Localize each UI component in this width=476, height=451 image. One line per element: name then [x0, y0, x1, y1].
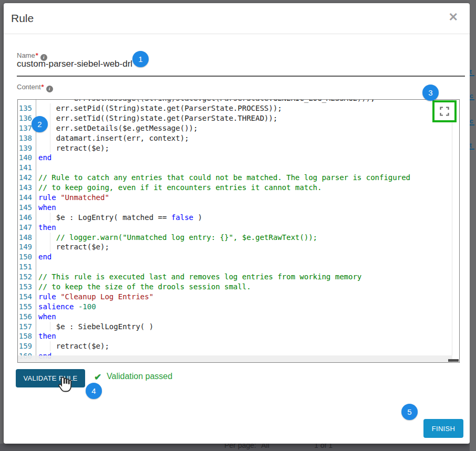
line-number: 149: [18, 242, 36, 252]
annotation-badge-3: 3: [422, 85, 439, 101]
code-lines[interactable]: err.setMessage((String)state.get(ParserS…: [18, 100, 452, 362]
annotation-badge-1: 1: [132, 51, 149, 67]
code-line[interactable]: 149 retract($e);: [18, 242, 452, 252]
code-line[interactable]: 151: [18, 262, 452, 272]
code-line[interactable]: err.setMessage((String)state.get(ParserS…: [18, 100, 452, 103]
required-asterisk: *: [36, 51, 38, 59]
code-line[interactable]: 140end: [18, 153, 452, 163]
finish-button[interactable]: FINISH: [423, 419, 463, 438]
line-number: 135: [18, 103, 36, 113]
name-input[interactable]: custom-parser-siebel-web-drl: [17, 59, 132, 69]
content-code-editor[interactable]: err.setMessage((String)state.get(ParserS…: [17, 99, 460, 363]
scrollbar-thumb[interactable]: [448, 359, 459, 362]
per-page-value: All: [261, 444, 270, 449]
required-asterisk: *: [42, 83, 44, 91]
line-number: 143: [18, 183, 36, 193]
modal-title: Rule: [11, 12, 34, 25]
code-line[interactable]: 147then: [18, 223, 452, 233]
code-line[interactable]: 153// to keep the size of the drools ses…: [18, 282, 452, 292]
line-number: 146: [18, 213, 36, 223]
link-fragment: t: [470, 70, 474, 76]
code-line[interactable]: 138 datamart.insert(err, context);: [18, 133, 452, 143]
line-number: 158: [18, 331, 36, 341]
per-page-label: Per page:: [224, 444, 256, 449]
code-line[interactable]: 152// This rule is executed last and rem…: [18, 272, 452, 282]
name-input-underline: [17, 76, 465, 77]
code-line[interactable]: 154rule "Cleanup Log Entries": [18, 292, 452, 302]
annotation-badge-2: 2: [32, 116, 48, 132]
code-line[interactable]: 156when: [18, 312, 452, 322]
line-number: 140: [18, 153, 36, 163]
code-line[interactable]: 137 err.setDetails($e.getMessage());: [18, 123, 452, 133]
check-icon: ✔: [94, 372, 101, 383]
code-line[interactable]: 142// Rule to catch any entries that cou…: [18, 173, 452, 183]
line-number: 152: [18, 272, 36, 282]
code-line[interactable]: 135 err.setPid((String)state.get(ParserS…: [18, 103, 452, 113]
line-number: 156: [18, 312, 36, 322]
annotation-badge-5: 5: [401, 404, 418, 420]
vertical-scrollbar[interactable]: [452, 100, 459, 355]
line-number: 144: [18, 193, 36, 203]
line-number: 148: [18, 233, 36, 243]
dimmed-page-right-edge: t c c t: [470, 0, 476, 451]
link-fragment: c: [470, 94, 474, 100]
code-line[interactable]: 145when: [18, 203, 452, 213]
close-icon[interactable]: ✕: [449, 12, 458, 23]
code-line[interactable]: 158then: [18, 331, 452, 341]
line-number: 147: [18, 223, 36, 233]
line-number: 142: [18, 173, 36, 183]
code-line[interactable]: 157 $e : SiebelLogEntry( ): [18, 322, 452, 332]
line-number: 139: [18, 143, 36, 153]
validation-passed-message: Validation passed: [107, 372, 172, 381]
line-number: 145: [18, 203, 36, 213]
line-number: 159: [18, 341, 36, 351]
code-line[interactable]: 139 retract($e);: [18, 143, 452, 153]
line-number: 157: [18, 322, 36, 332]
line-number: 153: [18, 282, 36, 292]
screen: Per page: All 1 of 1 t c c t Rule ✕ Name…: [0, 0, 476, 451]
code-line[interactable]: 141: [18, 163, 452, 173]
line-number: [18, 100, 36, 103]
line-number: 154: [18, 292, 36, 302]
code-line[interactable]: 148 // logger.warn("Unmatched log entry:…: [18, 233, 452, 243]
link-fragment: c: [470, 119, 474, 125]
horizontal-scrollbar[interactable]: [18, 355, 452, 362]
cursor-icon: [56, 374, 75, 394]
code-line[interactable]: 136 err.setTid((String)state.get(ParserS…: [18, 113, 452, 123]
rule-modal: Rule ✕ Name*i custom-parser-siebel-web-d…: [4, 3, 470, 444]
line-number: 151: [18, 262, 36, 272]
line-number: 141: [18, 163, 36, 173]
header-divider: [4, 34, 470, 34]
info-icon[interactable]: i: [46, 86, 53, 92]
link-fragment: t: [470, 143, 474, 150]
pagination-label: 1 of 1: [314, 444, 333, 449]
annotation-badge-4: 4: [86, 383, 102, 399]
code-line[interactable]: 155salience -100: [18, 302, 452, 312]
code-line[interactable]: 159 retract($e);: [18, 341, 452, 351]
fullscreen-icon[interactable]: [439, 106, 450, 117]
code-line[interactable]: 144rule "Unmatched": [18, 193, 452, 203]
code-line[interactable]: 143// to keep going, even if it encounte…: [18, 183, 452, 193]
line-number: 155: [18, 302, 36, 312]
code-line[interactable]: 150end: [18, 252, 452, 262]
dimmed-page-bottom-bar: Per page: All 1 of 1: [0, 444, 476, 451]
code-line[interactable]: 146 $e : LogEntry( matched == false ): [18, 213, 452, 223]
fullscreen-highlight-box: [432, 100, 457, 122]
line-number: 150: [18, 252, 36, 262]
line-number: 138: [18, 133, 36, 143]
content-field-label: Content*i: [17, 83, 53, 92]
